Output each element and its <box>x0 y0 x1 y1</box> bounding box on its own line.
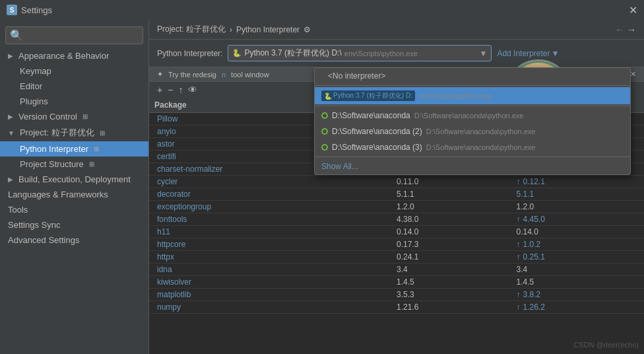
sidebar-item-languages[interactable]: Languages & Frameworks <box>0 187 148 202</box>
upgrade-arrow-icon: ↑ <box>517 177 521 186</box>
show-all-button[interactable]: Show All... <box>315 159 630 174</box>
breadcrumb-project: Project: 粒子群优化 <box>157 24 226 35</box>
sidebar-label: Appearance & Behavior <box>18 51 109 61</box>
up-package-button[interactable]: ↑ <box>178 85 183 95</box>
project-badge: ⊞ <box>100 129 105 137</box>
redesign-link[interactable]: n <box>222 71 226 79</box>
table-row[interactable]: httpx0.24.1↑ 0.25.1 <box>149 251 644 264</box>
pkg-version: 3.4 <box>397 265 517 274</box>
pkg-latest: ↑ 1.26.2 <box>517 302 637 312</box>
add-package-button[interactable]: + <box>157 85 162 95</box>
table-row[interactable]: matplotlib3.5.3↑ 3.8.2 <box>149 289 644 301</box>
arrow-icon: ▶ <box>8 52 13 59</box>
sidebar-item-version-control[interactable]: ▶ Version Control ⊞ <box>0 109 148 124</box>
breadcrumb-page: Python Interpreter <box>236 25 300 34</box>
sidebar-label: Python Interpreter <box>20 144 88 154</box>
tool-window-text: tool window <box>231 71 269 79</box>
add-interpreter-label: Add Interpreter <box>497 49 550 58</box>
table-row[interactable]: numpy1.21.6↑ 1.26.2 <box>149 301 644 314</box>
table-row[interactable]: exceptiongroup1.2.01.2.0 <box>149 201 644 213</box>
watermark: CSDN @deer(écho) <box>573 341 639 349</box>
pkg-name: idna <box>157 265 397 274</box>
chevron-down-icon: ▼ <box>551 49 559 58</box>
pkg-latest: ↑ 0.12.1 <box>517 177 637 186</box>
settings-window: S Settings ✕ 🔍 ▶ Appearance & Behavior K… <box>0 0 644 354</box>
sidebar-item-project[interactable]: ▼ Project: 粒子群优化 ⊞ <box>0 124 148 141</box>
pkg-latest: 3.4 <box>517 265 637 274</box>
pkg-version: 1.21.6 <box>397 302 517 312</box>
sidebar-item-plugins[interactable]: Plugins <box>0 94 148 109</box>
forward-button[interactable]: → <box>627 24 636 35</box>
table-row[interactable]: cycler0.11.0↑ 0.12.1 <box>149 176 644 188</box>
sidebar-item-tools[interactable]: Tools <box>0 202 148 217</box>
redesign-close-button[interactable]: ✕ <box>630 70 636 79</box>
table-row[interactable]: decorator5.1.15.1.1 <box>149 188 644 201</box>
add-interpreter-button[interactable]: Add Interpreter ▼ <box>497 49 559 58</box>
dropdown-divider <box>315 157 630 157</box>
table-row[interactable]: fonttools4.38.0↑ 4.45.0 <box>149 213 644 226</box>
pkg-version: 3.5.3 <box>397 290 517 299</box>
pkg-version: 1.4.5 <box>397 277 517 287</box>
sidebar-item-python-interpreter[interactable]: Python Interpreter ⊞ <box>0 141 148 157</box>
pkg-version: 4.38.0 <box>397 215 517 224</box>
sidebar-label: Build, Execution, Deployment <box>18 174 131 184</box>
upgrade-arrow-icon: ↑ <box>517 290 521 299</box>
pkg-latest: ↑ 4.45.0 <box>517 215 637 224</box>
sidebar-label: Keymap <box>20 66 51 76</box>
anaconda2-path: D:\Software\anaconda\python.exe <box>426 127 536 135</box>
sidebar-item-advanced[interactable]: Advanced Settings <box>0 232 148 248</box>
sidebar-item-appearance[interactable]: ▶ Appearance & Behavior <box>0 48 148 63</box>
pkg-latest: 1.4.5 <box>517 277 637 287</box>
table-row[interactable]: httpcore0.17.3↑ 1.0.2 <box>149 238 644 251</box>
remove-package-button[interactable]: − <box>168 85 173 95</box>
sidebar-item-editor[interactable]: Editor <box>0 79 148 94</box>
dropdown-item-no-interpreter[interactable]: <No interpreter> <box>315 68 630 84</box>
sidebar-item-project-structure[interactable]: Project Structure ⊞ <box>0 157 148 172</box>
close-button[interactable]: ✕ <box>629 4 637 17</box>
sidebar-label: Advanced Settings <box>8 235 79 245</box>
search-box[interactable]: 🔍 <box>5 26 143 44</box>
ps-badge: ⊞ <box>89 160 94 168</box>
search-icon: 🔍 <box>10 29 23 42</box>
main-content: 🔍 ▶ Appearance & Behavior Keymap Editor … <box>0 20 644 354</box>
settings-icon[interactable]: ⚙ <box>304 25 311 34</box>
redesign-text: Try the redesig <box>168 71 216 79</box>
sidebar-item-keymap[interactable]: Keymap <box>0 63 148 79</box>
interpreter-dropdown[interactable]: 🐍 Python 3.7 (粒子群优化) D:\ env\Scripts\pyt… <box>228 45 492 61</box>
dropdown-divider <box>315 106 630 106</box>
sidebar-label: Editor <box>20 81 42 91</box>
table-row[interactable]: idna3.43.4 <box>149 264 644 276</box>
pkg-name: cycler <box>157 177 397 186</box>
anaconda2-label: D:\Software\anaconda (2) <box>332 127 422 136</box>
python-badge: 🐍 Python 3.7 (粒子群优化) D: <box>321 90 415 101</box>
sidebar-item-build[interactable]: ▶ Build, Execution, Deployment <box>0 172 148 187</box>
dropdown-item-anaconda1[interactable]: D:\Software\anaconda D:\Software\anacond… <box>315 108 630 124</box>
interpreter-value: Python 3.7 (粒子群优化) D:\ <box>244 48 341 59</box>
dropdown-item-python37[interactable]: 🐍 Python 3.7 (粒子群优化) D: env\Scripts\pyth… <box>315 87 630 104</box>
status-dot-icon <box>321 112 328 119</box>
pkg-name: matplotlib <box>157 290 397 299</box>
window-title: Settings <box>21 5 629 15</box>
sidebar-item-settings-sync[interactable]: Settings Sync <box>0 217 148 232</box>
pkg-version: 1.2.0 <box>397 202 517 211</box>
pkg-version: 0.17.3 <box>397 240 517 249</box>
table-row[interactable]: kiwisolver1.4.51.4.5 <box>149 276 644 289</box>
eye-button[interactable]: 👁 <box>188 85 197 95</box>
upgrade-arrow-icon: ↑ <box>517 252 521 262</box>
pkg-name: httpx <box>157 252 397 262</box>
vcs-badge: ⊞ <box>82 113 88 120</box>
pkg-version: 5.1.1 <box>397 190 517 199</box>
back-button[interactable]: ← <box>615 24 624 35</box>
arrow-icon: ▶ <box>8 176 13 183</box>
dropdown-item-anaconda2[interactable]: D:\Software\anaconda (2) D:\Software\ana… <box>315 124 630 139</box>
pi-badge: ⊞ <box>94 145 99 153</box>
table-row[interactable]: h110.14.00.14.0 <box>149 226 644 238</box>
python-icon: 🐍 <box>232 49 242 57</box>
dropdown-item-anaconda3[interactable]: D:\Software\anaconda (3) D:\Software\ana… <box>315 139 630 155</box>
sidebar-label: Project: 粒子群优化 <box>20 127 94 139</box>
pkg-name: exceptiongroup <box>157 202 397 211</box>
search-input[interactable] <box>23 31 139 40</box>
pkg-latest: ↑ 0.25.1 <box>517 252 637 262</box>
sidebar-label: Languages & Frameworks <box>8 190 108 199</box>
pkg-name: fonttools <box>157 215 397 224</box>
